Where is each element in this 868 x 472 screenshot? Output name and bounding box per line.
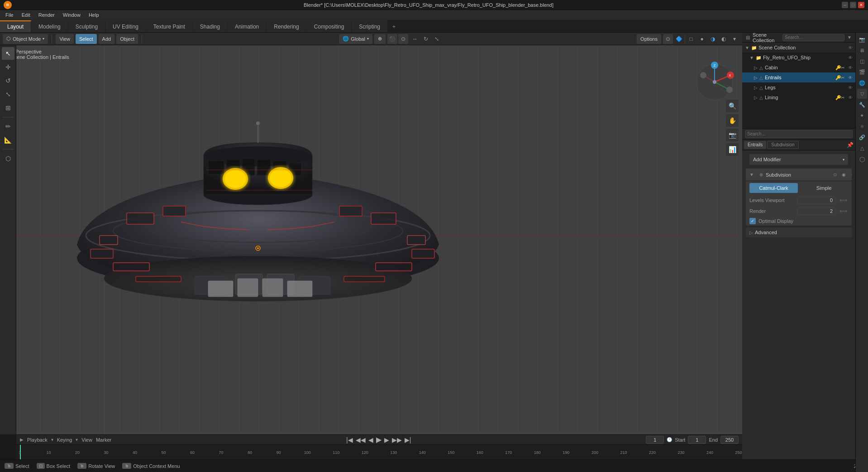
select-tool-btn[interactable]: ↖ [2,47,14,60]
context-menu-indicator[interactable]: 🖱 [122,463,131,469]
prop-tab-render[interactable]: 📷 [857,34,867,44]
menu-help[interactable]: Help [85,11,103,19]
outliner-item-cabin[interactable]: ▷ △ Cabin 🔑✂ 👁 [742,63,855,72]
select-menu-btn[interactable]: Select [76,34,97,44]
frame-forward-btn[interactable]: ▶ [384,436,389,443]
render-level-drag[interactable]: ⟺ [839,208,848,214]
viewport-shading-render[interactable]: ◐ [719,34,729,44]
eye-entrails[interactable]: 👁 [848,75,853,80]
options-btn[interactable]: Options [637,34,661,44]
current-frame-input[interactable] [646,436,664,444]
mode-selector[interactable]: ⬡ Object Mode ▾ [3,34,48,44]
outliner-item-ufo-ship[interactable]: ▼ 📁 Fly_Retro_UFO_Ship 👁 [742,53,855,63]
catmull-clark-btn[interactable]: Catmul-Clark [749,183,798,193]
close-button[interactable]: ✕ [858,2,864,8]
eye-legs[interactable]: 👁 [848,85,853,90]
box-select-btn-indicator[interactable]: ⊡ [37,463,45,469]
tab-uv-editing[interactable]: UV Editing [105,20,146,32]
maximize-button[interactable]: □ [850,2,856,8]
menu-edit[interactable]: Edit [18,11,34,19]
shading-options[interactable]: ▾ [730,34,739,44]
pan-icon[interactable]: ✋ [726,114,739,127]
start-frame-input[interactable] [688,436,706,444]
add-modifier-btn[interactable]: Add Modifier ▾ [749,154,848,165]
measure-btn[interactable]: 📐 [2,134,14,146]
add-menu-btn[interactable]: Add [99,34,115,44]
play-btn[interactable]: ▶ [376,435,382,444]
outliner-search[interactable] [782,34,844,41]
tab-scripting[interactable]: Scripting [352,20,388,32]
prop-tab-modifier[interactable]: 🔧 [857,100,867,110]
view-menu-btn[interactable]: View [56,34,74,44]
tab-sculpting[interactable]: Sculpting [68,20,105,32]
prop-tab-particles[interactable]: ✦ [857,111,867,120]
rotate-tool-btn[interactable]: ↺ [2,74,14,87]
proportional-btn[interactable]: ⊙ [398,34,408,44]
prop-tab-view-layer[interactable]: ◫ [857,56,867,66]
playback-btn[interactable]: Playback [27,437,48,443]
tab-shading[interactable]: Shading [193,20,228,32]
tab-layout[interactable]: Layout [0,20,31,32]
menu-window[interactable]: Window [59,11,84,19]
pivot-btn[interactable]: ⊕ [374,34,386,44]
end-frame-input[interactable] [720,436,739,444]
modifier-name-input[interactable] [766,172,828,178]
modifier-tab-btn[interactable]: Entrails [744,141,766,149]
rotate-indicator[interactable]: 🖱 [77,463,86,469]
outliner-item-legs[interactable]: ▷ △ Legs 👁 [742,82,855,92]
jump-end-btn[interactable]: ▶| [405,436,411,443]
prop-tab-scene[interactable]: 🎬 [857,67,867,77]
select-mouse-indicator[interactable]: 🖱 [5,463,14,469]
object-menu-btn[interactable]: Object [116,34,138,44]
global-toggle[interactable]: 🌐 Global ▾ [339,34,372,44]
render-preview-icon[interactable]: 📊 [726,143,739,156]
viewport-shading-wire[interactable]: □ [686,34,696,44]
outliner-item-scene-collection[interactable]: ▼ 📁 Scene Collection 👁 [742,43,855,53]
levels-viewport-drag[interactable]: ⟺ [839,197,848,203]
scale-btn[interactable]: ⤡ [432,34,442,44]
eye-ufo[interactable]: 👁 [848,55,853,60]
visibility-eye[interactable]: 👁 [848,45,853,50]
prop-tab-physics[interactable]: ⚛ [857,121,867,131]
jump-start-btn[interactable]: |◀ [346,436,353,443]
viewport-shading-solid[interactable]: ● [697,34,707,44]
scale-tool-btn[interactable]: ⤡ [2,88,14,101]
tab-compositing[interactable]: Compositing [307,20,352,32]
menu-file[interactable]: File [2,11,17,19]
eye-cabin[interactable]: 👁 [848,65,853,70]
prop-tab-data[interactable]: △ [857,143,867,153]
frame-back-btn[interactable]: ◀ [368,436,373,443]
advanced-toggle[interactable]: ▷ Advanced [746,227,852,237]
tab-animation[interactable]: Animation [228,20,267,32]
prop-tab-material[interactable]: ◯ [857,154,867,164]
move-tool-btn[interactable]: ✛ [2,61,14,73]
modifier-apply-realtime-btn[interactable]: ⊙ [831,171,839,179]
annotate-btn[interactable]: ✏ [2,120,14,133]
eye-lining[interactable]: 👁 [848,95,853,100]
view-btn[interactable]: View [81,437,92,443]
modifier-expand-btn[interactable]: ▼ [749,172,754,177]
window-controls[interactable]: ─ □ ✕ [842,2,864,8]
move-btn[interactable]: ↔ [410,34,420,44]
marker-btn[interactable]: Marker [96,437,111,443]
gizmo-btn[interactable]: 🔷 [674,34,684,44]
camera-icon[interactable]: 📷 [726,129,739,141]
main-viewport[interactable]: User Perspective (1) Scene Collection | … [0,45,742,434]
play-back-btn[interactable]: ◀◀ [356,436,366,443]
outliner-item-lining[interactable]: ▷ △ Lining 🔑✂ 👁 [742,92,855,102]
prop-tab-output[interactable]: 🖥 [857,45,867,55]
tab-add[interactable]: + [388,21,400,32]
tab-texture-paint[interactable]: Texture Paint [146,20,193,32]
prop-tab-object[interactable]: ▽ [857,89,867,99]
simple-btn[interactable]: Simple [800,183,848,193]
outliner-item-entrails[interactable]: ▷ △ Entrails 🔑✂ 👁 [742,72,855,82]
prop-tab-world[interactable]: 🌐 [857,78,867,88]
overlay-btn[interactable]: ⊙ [663,34,673,44]
modifier-apply-render-btn[interactable]: ◉ [840,171,848,179]
prop-tab-constraints[interactable]: 🔗 [857,132,867,142]
modifier-edit-mode-btn[interactable]: ✏ [849,171,852,179]
menu-render[interactable]: Render [35,11,58,19]
subdivision-tab-btn[interactable]: Subdivision [767,141,798,149]
add-cube-btn[interactable]: ⬡ [2,152,14,165]
tab-modeling[interactable]: Modeling [31,20,68,32]
